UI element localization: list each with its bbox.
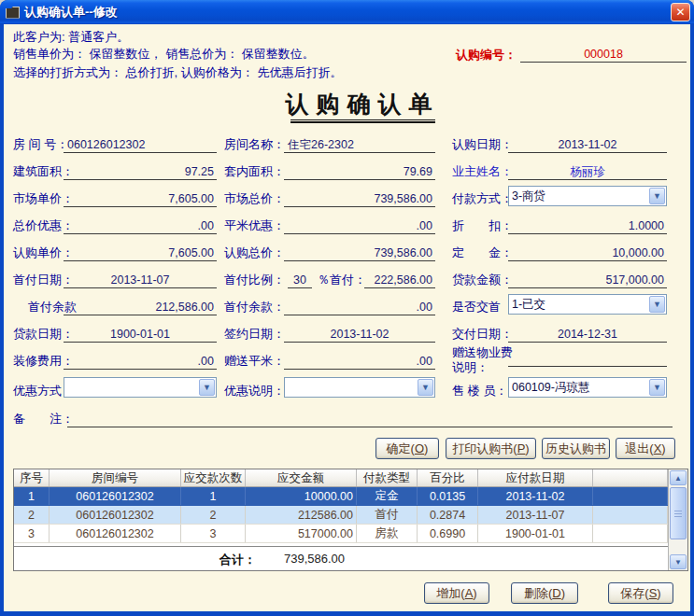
downpay-ratio-field[interactable]: 30 bbox=[288, 273, 312, 288]
payment-schedule-table: 序号 房间编号 应交款次数 应交金额 付款类型 百分比 应付款日期 1 0601… bbox=[13, 469, 688, 571]
salesperson-combo[interactable]: 060109-冯琼慧 ▼ bbox=[508, 377, 667, 398]
gift-property-fee-label-line2: 说明： bbox=[452, 359, 489, 376]
is-downpaid-combo[interactable]: 1-已交 ▼ bbox=[508, 294, 667, 315]
scroll-down-button[interactable]: ▼ bbox=[670, 554, 687, 569]
form-title-rule bbox=[290, 119, 435, 123]
order-no-label: 认购编号： bbox=[456, 47, 517, 63]
owner-name-field[interactable]: 杨丽珍 bbox=[508, 164, 667, 180]
deliver-date-field[interactable]: 2014-12-31 bbox=[508, 327, 667, 343]
discount-field[interactable]: 1.0000 bbox=[508, 218, 667, 234]
discount-mode-text: 选择的打折方式为： 总价打折, 认购价格为： 先优惠后打折。 bbox=[13, 64, 342, 81]
header-room-no: 房间编号 bbox=[50, 469, 181, 486]
room-no-field[interactable]: 060126012302 bbox=[64, 137, 217, 153]
history-order-button[interactable]: 历史认购书 bbox=[542, 438, 610, 459]
discount-label: 折 扣： bbox=[452, 217, 513, 234]
downpay-ratio-label: 首付比例： bbox=[224, 272, 285, 288]
owner-name-label: 业主姓名： bbox=[452, 163, 513, 180]
dropdown-arrow-icon[interactable]: ▼ bbox=[199, 379, 215, 396]
scroll-up-button[interactable]: ▲ bbox=[670, 470, 687, 485]
inner-area-field[interactable]: 79.69 bbox=[284, 164, 435, 180]
scrollbar-thumb[interactable] bbox=[670, 487, 687, 539]
purchase-date-field[interactable]: 2013-11-02 bbox=[508, 137, 667, 153]
discount-method-combo[interactable]: ▼ bbox=[64, 377, 217, 398]
discount-note-combo[interactable]: ▼ bbox=[284, 377, 435, 398]
confirm-button[interactable]: 确定(O) bbox=[375, 438, 439, 459]
header-pay-type: 付款类型 bbox=[357, 469, 418, 486]
downpay-balance-mid-field[interactable]: .00 bbox=[284, 300, 435, 315]
header-seq: 序号 bbox=[14, 469, 50, 486]
order-no-field[interactable]: 000018 bbox=[520, 47, 687, 63]
deliver-date-label: 交付日期： bbox=[452, 326, 513, 343]
dropdown-arrow-icon[interactable]: ▼ bbox=[649, 188, 665, 204]
loan-date-field[interactable]: 1900-01-01 bbox=[64, 327, 217, 343]
form-title: 认购确认单 bbox=[264, 89, 460, 119]
window-title: 认购确认单--修改 bbox=[24, 4, 671, 21]
dropdown-arrow-icon[interactable]: ▼ bbox=[649, 379, 665, 396]
deposit-label: 定 金： bbox=[452, 245, 513, 261]
add-button[interactable]: 增加(A) bbox=[424, 582, 489, 604]
room-name-field[interactable]: 住宅26-2302 bbox=[284, 137, 435, 153]
exit-button[interactable]: 退出(X) bbox=[616, 438, 675, 459]
dialog-window: 认购确认单--修改 ✕ 此客户为: 普通客户。 销售单价为： 保留整数位， 销售… bbox=[0, 0, 694, 616]
purchase-total-label: 认购总价： bbox=[224, 245, 285, 261]
build-area-field[interactable]: 97.25 bbox=[64, 164, 217, 180]
customer-type-text: 此客户为: 普通客户。 bbox=[13, 29, 129, 46]
sign-date-field[interactable]: 2013-11-02 bbox=[284, 327, 435, 343]
decoration-fee-field[interactable]: .00 bbox=[64, 354, 217, 370]
table-header-row: 序号 房间编号 应交款次数 应交金额 付款类型 百分比 应付款日期 bbox=[14, 469, 668, 487]
table-row[interactable]: 2 060126012302 2 212586.00 首付 0.2874 201… bbox=[14, 506, 668, 525]
sqm-discount-field[interactable]: .00 bbox=[284, 218, 435, 234]
gift-sqm-field[interactable]: .00 bbox=[284, 354, 435, 370]
is-downpaid-value: 1-已交 bbox=[509, 297, 648, 313]
table-scrollbar[interactable]: ▲ ▼ bbox=[668, 469, 687, 570]
pay-method-label: 付款方式： bbox=[452, 190, 513, 207]
sign-date-label: 签约日期： bbox=[224, 326, 285, 343]
table-row[interactable]: 3 060126012302 3 517000.00 房款 0.6990 190… bbox=[14, 525, 668, 543]
salesperson-label: 售 楼 员： bbox=[452, 383, 507, 399]
gift-property-fee-field[interactable] bbox=[508, 351, 667, 367]
purchase-unit-price-field[interactable]: 7,605.00 bbox=[64, 245, 217, 261]
delete-button[interactable]: 删除(D) bbox=[511, 582, 578, 604]
header-due-date: 应付款日期 bbox=[478, 469, 593, 486]
dropdown-arrow-icon[interactable]: ▼ bbox=[649, 296, 665, 313]
purchase-total-field[interactable]: 739,586.00 bbox=[284, 245, 435, 261]
inner-area-label: 套内面积： bbox=[224, 163, 285, 180]
header-filler bbox=[593, 469, 668, 486]
header-amount: 应交金额 bbox=[246, 469, 357, 486]
app-icon bbox=[6, 7, 20, 19]
scroll-down-icon: ▼ bbox=[674, 558, 682, 567]
market-total-field[interactable]: 739,586.00 bbox=[284, 191, 435, 207]
sqm-discount-label: 平米优惠： bbox=[224, 217, 285, 234]
scroll-up-icon: ▲ bbox=[674, 474, 682, 483]
close-button[interactable]: ✕ bbox=[671, 3, 690, 21]
total-discount-field[interactable]: .00 bbox=[64, 218, 217, 234]
dropdown-arrow-icon[interactable]: ▼ bbox=[418, 379, 433, 396]
market-total-label: 市场总价： bbox=[224, 190, 285, 207]
table-total-row: 合计： 739,586.00 bbox=[14, 546, 668, 570]
room-name-label: 房间名称： bbox=[224, 136, 285, 153]
loan-amount-label: 贷款金额： bbox=[452, 272, 513, 288]
deposit-field[interactable]: 10,000.00 bbox=[508, 245, 667, 261]
loan-amount-field[interactable]: 517,000.00 bbox=[508, 273, 667, 288]
close-icon: ✕ bbox=[675, 6, 685, 19]
salesperson-value: 060109-冯琼慧 bbox=[509, 380, 648, 396]
pay-method-combo[interactable]: 3-商贷 ▼ bbox=[508, 186, 667, 206]
remark-field[interactable] bbox=[67, 412, 673, 427]
market-unit-price-field[interactable]: 7,605.00 bbox=[64, 191, 217, 207]
save-button[interactable]: 保存(S) bbox=[608, 582, 673, 604]
downpay-balance-left-field[interactable]: 212,586.00 bbox=[64, 300, 217, 315]
total-label: 合计： bbox=[194, 552, 256, 568]
table-row[interactable]: 1 060126012302 1 10000.00 定金 0.0135 2013… bbox=[14, 487, 668, 506]
header-installment: 应交款次数 bbox=[181, 469, 246, 486]
room-no-label: 房 间 号： bbox=[13, 136, 68, 153]
is-downpaid-label: 是否交首 bbox=[452, 299, 501, 315]
remark-label: 备 注： bbox=[13, 411, 74, 427]
downpay-balance-mid-label: 首付余款： bbox=[224, 299, 285, 315]
purchase-date-label: 认购日期： bbox=[452, 136, 513, 153]
downpay-amount-field[interactable]: 222,586.00 bbox=[364, 273, 435, 288]
total-value: 739,586.00 bbox=[259, 552, 370, 566]
downpay-date-field[interactable]: 2013-11-07 bbox=[64, 273, 217, 288]
table-grid: 序号 房间编号 应交款次数 应交金额 付款类型 百分比 应付款日期 1 0601… bbox=[14, 469, 668, 570]
print-order-button[interactable]: 打印认购书(P) bbox=[446, 438, 536, 459]
header-percent: 百分比 bbox=[418, 469, 478, 486]
